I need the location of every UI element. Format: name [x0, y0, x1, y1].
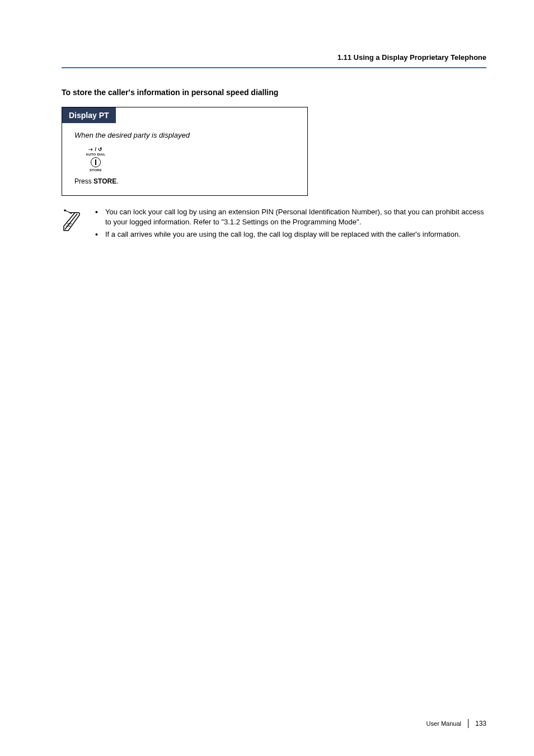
procedure-tab: Display PT	[62, 107, 116, 123]
button-top-label: ⇢ / ↺ AUTO DIAL	[86, 147, 105, 156]
instruction-text: Press STORE.	[62, 172, 307, 185]
page-footer: User Manual 133	[427, 719, 486, 728]
page-container: 1.11 Using a Display Proprietary Telepho…	[0, 0, 534, 756]
page-number: 133	[475, 720, 486, 727]
button-circle-icon	[91, 157, 101, 167]
instruction-bold: STORE	[93, 177, 116, 185]
footer-divider	[468, 719, 469, 728]
button-diagram: ⇢ / ↺ AUTO DIAL STORE	[62, 147, 307, 172]
instruction-prefix: Press	[74, 177, 93, 185]
note-item: You can lock your call log by using an e…	[93, 207, 486, 227]
header-breadcrumb: 1.11 Using a Display Proprietary Telepho…	[62, 53, 486, 67]
notes-icon	[62, 208, 83, 234]
button-inner-line	[95, 159, 96, 165]
section-title: To store the caller's information in per…	[62, 88, 486, 97]
auto-dial-store-button-icon: ⇢ / ↺ AUTO DIAL STORE	[79, 147, 113, 172]
procedure-box: Display PT When the desired party is dis…	[62, 107, 308, 196]
auto-dial-label: AUTO DIAL	[86, 153, 105, 156]
procedure-subtitle: When the desired party is displayed	[62, 123, 307, 147]
arrow-glyphs-icon: ⇢ / ↺	[86, 147, 105, 152]
instruction-suffix: .	[116, 177, 118, 185]
footer-label: User Manual	[427, 720, 461, 727]
notes-section: You can lock your call log by using an e…	[62, 207, 486, 242]
notes-list: You can lock your call log by using an e…	[93, 207, 486, 242]
note-item: If a call arrives while you are using th…	[93, 229, 486, 240]
store-label: STORE	[90, 168, 102, 172]
header-rule	[62, 67, 486, 68]
